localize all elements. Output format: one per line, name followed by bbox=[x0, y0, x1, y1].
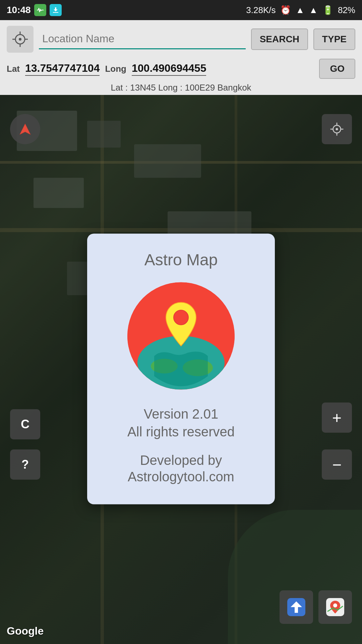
target-icon bbox=[12, 31, 28, 48]
google-maps-button[interactable] bbox=[318, 590, 352, 624]
lat-label: Lat bbox=[7, 64, 20, 74]
clock-icon: ⏰ bbox=[280, 5, 291, 15]
c-button[interactable]: C bbox=[10, 409, 40, 439]
location-target-button[interactable] bbox=[7, 26, 34, 53]
long-label: Long bbox=[105, 64, 126, 74]
long-value: 100.490694455 bbox=[132, 62, 206, 76]
lat-value: 13.7547747104 bbox=[25, 62, 100, 76]
status-bar: 10:48 3.28K/s ⏰ ▲ ▲ 🔋 82% bbox=[0, 0, 362, 20]
dialog-site: Astrologytool.com bbox=[128, 469, 234, 484]
app-logo-svg bbox=[127, 282, 235, 390]
navigation-button[interactable] bbox=[280, 590, 313, 624]
gps-button[interactable] bbox=[322, 114, 352, 144]
signal-icon: ▲ bbox=[309, 5, 318, 15]
pulse-icon bbox=[34, 4, 46, 16]
coord-info-bar: Lat : 13N45 Long : 100E29 Bangkok bbox=[0, 80, 362, 95]
battery-icon: 🔋 bbox=[322, 5, 333, 15]
status-right: 3.28K/s ⏰ ▲ ▲ 🔋 82% bbox=[246, 5, 355, 15]
zoom-in-button[interactable]: + bbox=[322, 402, 352, 433]
about-dialog: Astro Map Version 2.01 All rights reserv… bbox=[87, 234, 275, 504]
google-maps-icon bbox=[326, 598, 344, 616]
arrow-icon bbox=[18, 122, 32, 136]
search-button[interactable]: SEARCH bbox=[251, 29, 308, 50]
dialog-developed-by: Developed by bbox=[140, 453, 222, 468]
svg-point-17 bbox=[333, 603, 337, 607]
wifi-icon: ▲ bbox=[296, 5, 304, 15]
status-left: 10:48 bbox=[7, 4, 62, 16]
location-search-input[interactable] bbox=[39, 29, 246, 49]
svg-point-9 bbox=[336, 128, 338, 130]
dialog-title: Astro Map bbox=[144, 251, 218, 269]
nav-directions-icon bbox=[287, 598, 305, 616]
zoom-out-button[interactable]: − bbox=[322, 449, 352, 480]
battery-percent: 82% bbox=[338, 5, 355, 15]
app-logo bbox=[127, 282, 235, 390]
direction-button[interactable] bbox=[10, 114, 40, 144]
gps-icon bbox=[329, 122, 344, 137]
svg-rect-0 bbox=[53, 12, 58, 13]
svg-point-22 bbox=[174, 310, 188, 325]
type-button[interactable]: TYPE bbox=[313, 29, 355, 50]
go-button[interactable]: GO bbox=[319, 59, 355, 79]
dialog-rights: All rights reserved bbox=[127, 424, 235, 439]
download-icon bbox=[50, 4, 62, 16]
svg-marker-7 bbox=[20, 124, 31, 135]
network-speed: 3.28K/s bbox=[246, 5, 276, 15]
svg-point-2 bbox=[19, 38, 21, 41]
google-label: Google bbox=[7, 625, 44, 637]
status-time: 10:48 bbox=[7, 5, 31, 15]
help-button[interactable]: ? bbox=[10, 449, 40, 480]
dialog-version: Version 2.01 bbox=[144, 407, 218, 422]
